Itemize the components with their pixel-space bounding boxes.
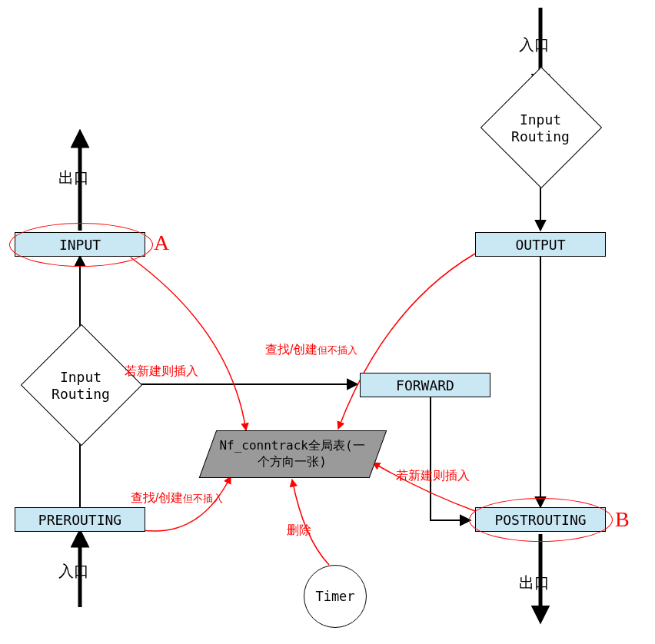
anno-new-insert-right: 若新建则插入 [396, 468, 470, 484]
anno-lookup-top-main: 查找/创建 [265, 343, 318, 356]
label-in-left: 入口 [58, 561, 89, 582]
anno-lookup-top-sub: 但不插入 [318, 344, 357, 356]
anno-lookup-left-main: 查找/创建 [131, 491, 183, 504]
anno-lookup-top: 查找/创建但不插入 [265, 342, 357, 358]
timer-circle: Timer [304, 565, 367, 628]
letter-b: B [615, 507, 630, 532]
letter-a: A [154, 231, 169, 255]
forward-box-text: FORWARD [396, 377, 454, 393]
label-in-right: 入口 [519, 35, 550, 55]
anno-lookup-left-sub: 但不插入 [183, 493, 223, 504]
output-box: OUTPUT [475, 232, 606, 257]
anno-delete: 删除 [287, 523, 311, 539]
anno-new-insert-left: 若新建则插入 [125, 363, 198, 380]
diamond-label-left: Input Routing [35, 369, 127, 402]
anno-lookup-left: 查找/创建但不插入 [131, 490, 223, 506]
ellipse-b [469, 498, 613, 542]
conntrack-text: Nf_conntrack全局表(一个方向一张) [215, 438, 369, 470]
forward-box: FORWARD [360, 373, 490, 397]
label-out-left: 出口 [58, 168, 89, 188]
ellipse-a [9, 223, 153, 267]
red-arrow-output-conntrack [338, 254, 475, 429]
output-box-text: OUTPUT [515, 237, 565, 253]
label-out-right: 出口 [519, 573, 550, 593]
red-arrow-input-conntrack [131, 257, 246, 430]
prerouting-box: PREROUTING [15, 507, 145, 532]
timer-text: Timer [315, 589, 354, 604]
diagram-canvas: 出口 入口 入口 出口 INPUT A PREROUTING Input Rou… [0, 0, 655, 644]
diamond-label-right: Input Routing [494, 111, 587, 144]
prerouting-box-text: PREROUTING [38, 512, 121, 528]
